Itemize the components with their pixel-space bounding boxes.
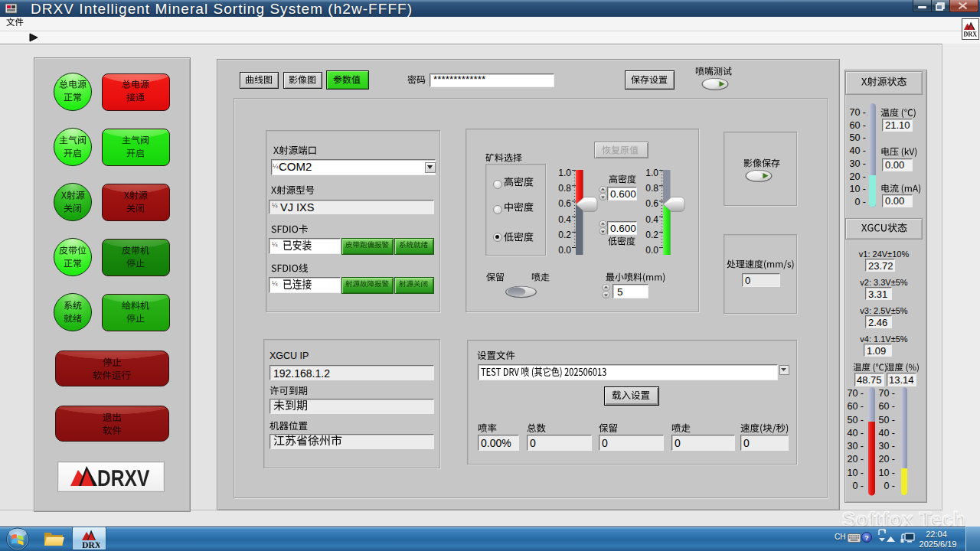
svg-text:?: ? xyxy=(864,534,869,542)
